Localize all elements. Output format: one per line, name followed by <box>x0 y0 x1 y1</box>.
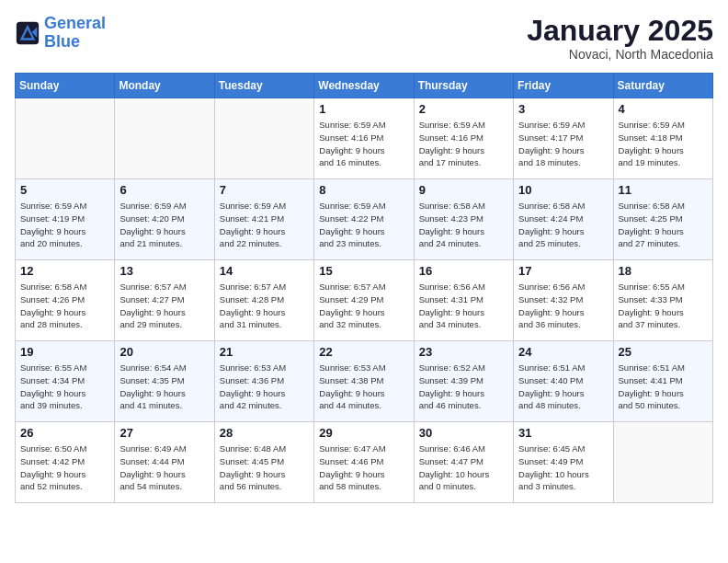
logo-blue: Blue <box>44 32 80 51</box>
day-number: 16 <box>419 264 508 278</box>
logo: General Blue <box>15 15 106 52</box>
day-info: Sunrise: 6:57 AM Sunset: 4:28 PM Dayligh… <box>220 281 309 331</box>
day-number: 13 <box>119 264 209 278</box>
day-cell-12: 12Sunrise: 6:58 AM Sunset: 4:26 PM Dayli… <box>16 260 115 341</box>
day-info: Sunrise: 6:59 AM Sunset: 4:16 PM Dayligh… <box>319 119 408 169</box>
day-cell-3: 3Sunrise: 6:59 AM Sunset: 4:17 PM Daylig… <box>514 98 613 179</box>
day-number: 19 <box>20 345 109 359</box>
day-number: 28 <box>220 426 309 440</box>
day-cell-26: 26Sunrise: 6:50 AM Sunset: 4:42 PM Dayli… <box>16 422 115 503</box>
day-info: Sunrise: 6:59 AM Sunset: 4:22 PM Dayligh… <box>319 200 408 250</box>
day-info: Sunrise: 6:57 AM Sunset: 4:27 PM Dayligh… <box>119 281 209 331</box>
day-info: Sunrise: 6:45 AM Sunset: 4:49 PM Dayligh… <box>518 442 608 493</box>
day-number: 20 <box>119 345 209 359</box>
day-number: 1 <box>319 102 408 116</box>
day-info: Sunrise: 6:55 AM Sunset: 4:34 PM Dayligh… <box>20 362 109 412</box>
day-number: 7 <box>220 183 309 197</box>
day-cell-20: 20Sunrise: 6:54 AM Sunset: 4:35 PM Dayli… <box>115 341 214 422</box>
day-cell-10: 10Sunrise: 6:58 AM Sunset: 4:24 PM Dayli… <box>514 179 613 260</box>
day-cell-30: 30Sunrise: 6:46 AM Sunset: 4:47 PM Dayli… <box>414 422 513 503</box>
day-cell-17: 17Sunrise: 6:56 AM Sunset: 4:32 PM Dayli… <box>514 260 613 341</box>
logo-general: General <box>44 14 106 32</box>
month-year: January 2025 <box>527 15 713 47</box>
day-cell-14: 14Sunrise: 6:57 AM Sunset: 4:28 PM Dayli… <box>214 260 313 341</box>
day-info: Sunrise: 6:54 AM Sunset: 4:35 PM Dayligh… <box>119 362 209 412</box>
day-cell-8: 8Sunrise: 6:59 AM Sunset: 4:22 PM Daylig… <box>314 179 414 260</box>
day-number: 11 <box>619 183 708 197</box>
day-number: 15 <box>319 264 408 278</box>
calendar-week-3: 12Sunrise: 6:58 AM Sunset: 4:26 PM Dayli… <box>16 260 713 341</box>
location: Novaci, North Macedonia <box>527 47 713 62</box>
day-number: 9 <box>419 183 508 197</box>
day-number: 26 <box>20 426 109 440</box>
day-info: Sunrise: 6:58 AM Sunset: 4:26 PM Dayligh… <box>20 281 109 331</box>
empty-cell <box>613 422 712 503</box>
day-cell-23: 23Sunrise: 6:52 AM Sunset: 4:39 PM Dayli… <box>414 341 513 422</box>
day-info: Sunrise: 6:46 AM Sunset: 4:47 PM Dayligh… <box>419 442 508 493</box>
day-number: 21 <box>220 345 309 359</box>
day-header-thursday: Thursday <box>414 74 513 98</box>
calendar-week-2: 5Sunrise: 6:59 AM Sunset: 4:19 PM Daylig… <box>16 179 713 260</box>
day-cell-24: 24Sunrise: 6:51 AM Sunset: 4:40 PM Dayli… <box>514 341 613 422</box>
day-cell-29: 29Sunrise: 6:47 AM Sunset: 4:46 PM Dayli… <box>314 422 414 503</box>
day-info: Sunrise: 6:59 AM Sunset: 4:18 PM Dayligh… <box>619 119 708 169</box>
day-cell-22: 22Sunrise: 6:53 AM Sunset: 4:38 PM Dayli… <box>314 341 414 422</box>
calendar-week-4: 19Sunrise: 6:55 AM Sunset: 4:34 PM Dayli… <box>16 341 713 422</box>
day-number: 18 <box>619 264 708 278</box>
day-cell-18: 18Sunrise: 6:55 AM Sunset: 4:33 PM Dayli… <box>613 260 712 341</box>
day-cell-25: 25Sunrise: 6:51 AM Sunset: 4:41 PM Dayli… <box>613 341 712 422</box>
day-info: Sunrise: 6:56 AM Sunset: 4:31 PM Dayligh… <box>419 281 508 331</box>
day-info: Sunrise: 6:51 AM Sunset: 4:40 PM Dayligh… <box>518 362 608 412</box>
day-cell-27: 27Sunrise: 6:49 AM Sunset: 4:44 PM Dayli… <box>115 422 214 503</box>
day-info: Sunrise: 6:55 AM Sunset: 4:33 PM Dayligh… <box>619 281 708 331</box>
day-info: Sunrise: 6:47 AM Sunset: 4:46 PM Dayligh… <box>319 442 408 493</box>
calendar-week-1: 1Sunrise: 6:59 AM Sunset: 4:16 PM Daylig… <box>16 98 713 179</box>
logo-icon <box>15 20 40 46</box>
day-number: 6 <box>119 183 209 197</box>
day-number: 10 <box>518 183 608 197</box>
calendar-header-row: SundayMondayTuesdayWednesdayThursdayFrid… <box>16 74 713 98</box>
page-header: General Blue January 2025 Novaci, North … <box>15 15 713 62</box>
day-header-tuesday: Tuesday <box>214 74 313 98</box>
day-cell-11: 11Sunrise: 6:58 AM Sunset: 4:25 PM Dayli… <box>613 179 712 260</box>
day-info: Sunrise: 6:53 AM Sunset: 4:38 PM Dayligh… <box>319 362 408 412</box>
day-cell-9: 9Sunrise: 6:58 AM Sunset: 4:23 PM Daylig… <box>414 179 513 260</box>
day-info: Sunrise: 6:56 AM Sunset: 4:32 PM Dayligh… <box>518 281 608 331</box>
day-number: 5 <box>20 183 109 197</box>
day-number: 23 <box>419 345 508 359</box>
day-cell-2: 2Sunrise: 6:59 AM Sunset: 4:16 PM Daylig… <box>414 98 513 179</box>
day-number: 3 <box>518 102 608 116</box>
day-number: 25 <box>619 345 708 359</box>
day-cell-16: 16Sunrise: 6:56 AM Sunset: 4:31 PM Dayli… <box>414 260 513 341</box>
day-number: 29 <box>319 426 408 440</box>
day-info: Sunrise: 6:58 AM Sunset: 4:25 PM Dayligh… <box>619 200 708 250</box>
day-info: Sunrise: 6:58 AM Sunset: 4:24 PM Dayligh… <box>518 200 608 250</box>
day-number: 4 <box>619 102 708 116</box>
day-header-friday: Friday <box>514 74 613 98</box>
day-cell-1: 1Sunrise: 6:59 AM Sunset: 4:16 PM Daylig… <box>314 98 414 179</box>
day-info: Sunrise: 6:51 AM Sunset: 4:41 PM Dayligh… <box>619 362 708 412</box>
day-cell-5: 5Sunrise: 6:59 AM Sunset: 4:19 PM Daylig… <box>16 179 115 260</box>
day-header-monday: Monday <box>115 74 214 98</box>
day-number: 30 <box>419 426 508 440</box>
title-block: January 2025 Novaci, North Macedonia <box>527 15 713 62</box>
day-number: 14 <box>220 264 309 278</box>
day-info: Sunrise: 6:48 AM Sunset: 4:45 PM Dayligh… <box>220 442 309 493</box>
day-cell-15: 15Sunrise: 6:57 AM Sunset: 4:29 PM Dayli… <box>314 260 414 341</box>
empty-cell <box>16 98 115 179</box>
day-cell-6: 6Sunrise: 6:59 AM Sunset: 4:20 PM Daylig… <box>115 179 214 260</box>
day-cell-28: 28Sunrise: 6:48 AM Sunset: 4:45 PM Dayli… <box>214 422 313 503</box>
day-header-wednesday: Wednesday <box>314 74 414 98</box>
day-number: 2 <box>419 102 508 116</box>
day-header-sunday: Sunday <box>16 74 115 98</box>
day-info: Sunrise: 6:52 AM Sunset: 4:39 PM Dayligh… <box>419 362 508 412</box>
day-info: Sunrise: 6:58 AM Sunset: 4:23 PM Dayligh… <box>419 200 508 250</box>
day-number: 24 <box>518 345 608 359</box>
day-info: Sunrise: 6:59 AM Sunset: 4:17 PM Dayligh… <box>518 119 608 169</box>
day-cell-19: 19Sunrise: 6:55 AM Sunset: 4:34 PM Dayli… <box>16 341 115 422</box>
day-cell-31: 31Sunrise: 6:45 AM Sunset: 4:49 PM Dayli… <box>514 422 613 503</box>
calendar-table: SundayMondayTuesdayWednesdayThursdayFrid… <box>15 73 713 503</box>
day-number: 17 <box>518 264 608 278</box>
day-cell-13: 13Sunrise: 6:57 AM Sunset: 4:27 PM Dayli… <box>115 260 214 341</box>
day-info: Sunrise: 6:59 AM Sunset: 4:16 PM Dayligh… <box>419 119 508 169</box>
